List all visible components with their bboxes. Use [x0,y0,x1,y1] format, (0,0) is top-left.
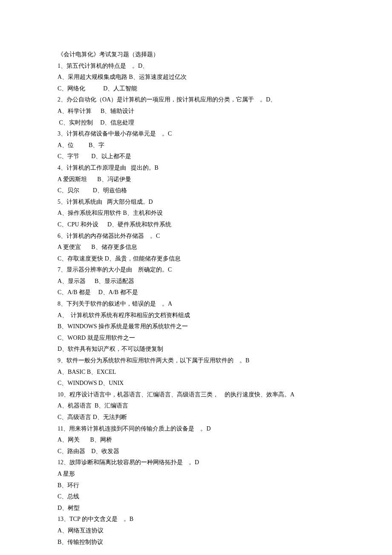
text-line: A 爱因斯坦 B、冯诺伊曼 [58,174,334,185]
text-line: C、字节 D、以上都不是 [58,151,334,162]
text-line: A、操作系统和应用软件 B、主机和外设 [58,208,334,219]
text-line: A、机器语言 B、汇编语言 [58,400,334,412]
text-line: A、显示器 B、显示适配器 [58,276,334,287]
text-line: D、软件具有知识产权，不可以随便复制 [58,344,334,355]
text-line: C、WORD 就是应用软件之一 [58,332,334,344]
text-line: C、WINDOWS D、UNIX [58,378,334,389]
text-line: A 更便宜 B、储存更多信息 [58,242,334,253]
text-line: 《会计电算化》考试复习题（选择题） [58,49,334,61]
text-line: A、采用超大规模集成电路 B、运算速度超过亿次 [58,72,334,83]
text-line: 1、第五代计算机的特点是 。D、 [58,61,334,72]
text-line: B、环行 [58,480,334,491]
text-line: A、科学计算 B、辅助设计 [58,106,334,117]
text-line: 9、软件一般分为系统软件和应用软件两大类，以下属于应用软件的 。B [58,355,334,367]
text-line: C、CPU 和外设 D、硬件系统和软件系统 [58,219,334,231]
text-line: C、实时控制 D、信息处理 [58,117,334,129]
text-line: 5、计算机系统由 两大部分组成。D [58,197,334,208]
text-line: A、位 B、字 [58,140,334,151]
text-line: D、树型 [58,503,334,514]
text-line: 7、显示器分辨率的大小是由 所确定的。C [58,264,334,276]
document-content: 《会计电算化》考试复习题（选择题）1、第五代计算机的特点是 。D、A、采用超大规… [58,49,334,548]
text-line: C、网络化 D、人工智能 [58,83,334,95]
text-line: C、存取速度更快 D、虽贵，但能储存更多信息 [58,253,334,265]
text-line: 11、用来将计算机连接到不同的传输介质上的设备是 。D [58,423,334,435]
text-line: 8、下列关于软件的叙述中，错误的是 。A [58,298,334,310]
text-line: 3、计算机存储设备中最小存储单元是 。C [58,128,334,140]
text-line: C、贝尔 D、明兹伯格 [58,185,334,197]
text-line: 6、计算机的内存储器比外存储器 。C [58,231,334,242]
text-line: 2、办公自动化（OA）是计算机的一项应用，按计算机应用的分类，它属于 。D、 [58,94,334,106]
text-line: 4、计算机的工作原理是由 提出的。B [58,162,334,174]
text-line: A、 计算机软件系统有程序和相应的文档资料组成 [58,310,334,321]
text-line: 12、故障诊断和隔离比较容易的一种网络拓扑是 。D [58,457,334,468]
text-line: C、总线 [58,491,334,503]
text-line: A、网关 B、网桥 [58,434,334,446]
text-line: C、A/B 都是 D、A/B 都不是 [58,287,334,298]
text-line: A、BASIC B、EXCEL [58,367,334,378]
text-line: 10、程序设计语言中，机器语言、汇编语言、高级语言三类， 的执行速度快、效率高。… [58,389,334,401]
text-line: B、传输控制协议 [58,537,334,548]
text-line: C、路由器 D、收发器 [58,446,334,457]
text-line: B、WINDOWS 操作系统是最常用的系统软件之一 [58,321,334,332]
text-line: C、高级语言 D、无法判断 [58,412,334,423]
text-line: A 星形 [58,468,334,480]
text-line: A、网络互连协议 [58,525,334,537]
text-line: 13、TCP 的中文含义是 。B [58,514,334,525]
